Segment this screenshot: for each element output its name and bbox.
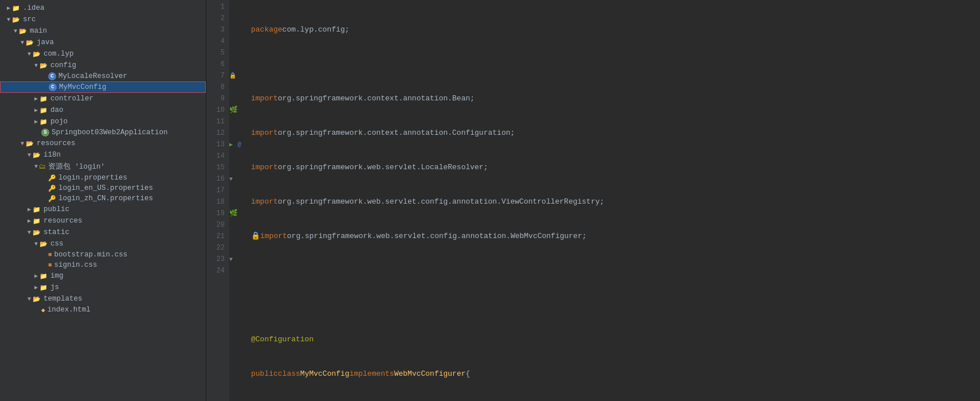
java-class-icon: C (49, 83, 57, 91)
folder-icon: 📂 (25, 38, 34, 47)
tree-item-dao[interactable]: ▶ 📁 dao (0, 104, 206, 116)
tree-label: .idea (23, 4, 45, 12)
folder-icon: 📂 (32, 294, 41, 303)
file-tree[interactable]: ▶ 📁 .idea ▼ 📂 src ▼ 📂 main ▼ 📂 java ▼ 📂 … (0, 0, 206, 401)
tree-item-login-en-props[interactable]: 🔑 login_en_US.properties (0, 183, 206, 193)
fold-icon: ▼ (229, 176, 233, 182)
tree-item-templates[interactable]: ▼ 📂 templates (0, 293, 206, 305)
folder-icon: 📂 (32, 49, 41, 59)
arrow-icon: ▼ (34, 241, 38, 247)
properties-icon: 🔑 (48, 195, 56, 203)
arrow-icon: ▼ (28, 51, 31, 57)
tree-item-src[interactable]: ▼ 📂 src (0, 14, 206, 25)
spring-app-icon: S (41, 129, 49, 137)
tree-item-controller[interactable]: ▶ 📁 controller (0, 93, 206, 104)
code-editor[interactable]: 1 2 3 4 5 6 7 8 9 10 11 12 13 14 15 16 1… (206, 0, 980, 401)
tree-item-mymvcconfig[interactable]: C MyMvcConfig (0, 81, 206, 93)
folder-icon: 📁 (39, 106, 48, 115)
arrow-icon: ▼ (7, 17, 10, 23)
tree-label: signin.css (54, 261, 97, 269)
tree-label: MyLocaleResolver (58, 72, 127, 80)
arrow-icon: ▶ (34, 107, 38, 114)
tree-label: Springboot03Web2Application (52, 129, 168, 137)
arrow-icon: ▶ (34, 95, 38, 102)
folder-icon: 📁 (39, 283, 48, 292)
arrow-icon: ▶ (34, 284, 38, 291)
tree-label: dao (50, 106, 64, 114)
folder-icon: 📁 (32, 205, 41, 214)
tree-label: index.html (48, 306, 91, 314)
arrow-icon: ▼ (28, 229, 31, 236)
arrow-icon: ▼ (28, 296, 31, 302)
tree-item-i18n[interactable]: ▼ 📂 i18n (0, 149, 206, 161)
code-line-10: @Configuration (251, 334, 980, 345)
fold-icon: ▼ (229, 256, 233, 263)
code-content[interactable]: package com.lyp.config; import org.sprin… (246, 0, 980, 401)
spring-icon: 🌿 (229, 209, 238, 217)
tree-label: main (30, 27, 47, 35)
tree-label: MyMvcConfig (59, 83, 107, 91)
line-numbers: 1 2 3 4 5 6 7 8 9 10 11 12 13 14 15 16 1… (206, 0, 229, 401)
tree-label: login_en_US.properties (58, 184, 153, 192)
folder-icon: 📁 (39, 271, 48, 281)
code-line-7: 🔒import org.springframework.web.servlet.… (251, 231, 980, 242)
folder-icon: 📁 (32, 216, 41, 225)
tree-item-static[interactable]: ▼ 📂 static (0, 227, 206, 238)
java-class-icon: C (48, 72, 56, 80)
tree-label: static (44, 228, 69, 236)
tree-label: login_zh_CN.properties (58, 194, 153, 203)
properties-icon: 🔑 (48, 185, 56, 192)
code-line-4: import org.springframework.context.annot… (251, 127, 980, 139)
tree-item-resources2[interactable]: ▶ 📁 resources (0, 215, 206, 227)
tree-item-java[interactable]: ▼ 📂 java (0, 37, 206, 48)
tree-label: templates (44, 295, 83, 303)
arrow-icon: ▶ (28, 217, 31, 224)
folder-icon: 📂 (25, 139, 34, 148)
tree-label: resources (44, 217, 83, 225)
tree-item-login-zh-props[interactable]: 🔑 login_zh_CN.properties (0, 193, 206, 204)
html-icon: ◆ (41, 306, 45, 314)
tree-label: img (50, 272, 64, 280)
bundle-icon: 🗂 (39, 162, 46, 171)
tree-item-index-html[interactable]: ◆ index.html (0, 305, 206, 315)
tree-item-resources[interactable]: ▼ 📂 resources (0, 138, 206, 149)
tree-item-login-props[interactable]: 🔑 login.properties (0, 173, 206, 183)
tree-item-config[interactable]: ▼ 📂 config (0, 60, 206, 71)
tree-label: java (37, 38, 54, 46)
code-line-6: import org.springframework.web.servlet.c… (251, 196, 980, 208)
tree-label: css (50, 240, 64, 248)
arrow-icon: ▶ (28, 206, 31, 213)
folder-icon: 📂 (39, 239, 48, 248)
tree-item-pojo[interactable]: ▶ 📁 pojo (0, 116, 206, 127)
tree-item-img[interactable]: ▶ 📁 img (0, 270, 206, 282)
tree-item-bootstrap-css[interactable]: ■ bootstrap.min.css (0, 250, 206, 260)
tree-item-comlyp[interactable]: ▼ 📂 com.lyp (0, 48, 206, 60)
tree-item-public[interactable]: ▶ 📁 public (0, 204, 206, 215)
code-line-9 (251, 299, 980, 311)
tree-item-signin-css[interactable]: ■ signin.css (0, 260, 206, 270)
tree-label: bootstrap.min.css (54, 251, 128, 259)
tree-item-mylocaleresolver[interactable]: C MyLocaleResolver (0, 71, 206, 81)
tree-item-springbootapp[interactable]: S Springboot03Web2Application (0, 127, 206, 138)
arrow-icon: ▶ (34, 272, 38, 279)
run-icon: ▶ (229, 139, 233, 151)
code-line-1: package com.lyp.config; (251, 24, 980, 36)
code-line-3: import org.springframework.context.annot… (251, 93, 980, 104)
tree-label: i18n (44, 151, 61, 159)
tree-item-js[interactable]: ▶ 📁 js (0, 282, 206, 293)
code-line-11: public class MyMvcConfig implements WebM… (251, 368, 980, 380)
code-line-5: import org.springframework.web.servlet.L… (251, 162, 980, 173)
tree-item-main[interactable]: ▼ 📂 main (0, 25, 206, 37)
folder-icon: 📂 (18, 26, 28, 36)
tree-label: public (44, 205, 69, 213)
tree-label: config (50, 61, 76, 69)
folder-icon: 📂 (39, 61, 48, 70)
tree-label: pojo (50, 118, 68, 126)
tree-item-idea[interactable]: ▶ 📁 .idea (0, 2, 206, 14)
tree-item-login-bundle[interactable]: ▼ 🗂 资源包 'login' (0, 161, 206, 173)
arrow-icon: ▼ (14, 28, 17, 34)
folder-icon: 📂 (32, 150, 41, 159)
css-icon: ■ (48, 262, 52, 268)
tree-item-css[interactable]: ▼ 📂 css (0, 238, 206, 250)
code-line-8 (251, 265, 980, 277)
